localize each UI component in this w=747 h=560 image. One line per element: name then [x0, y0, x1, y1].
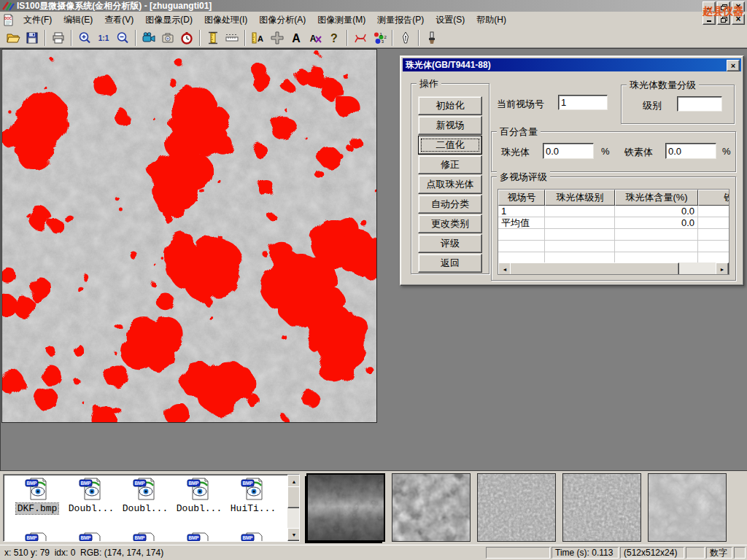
- scrollbar-thumb[interactable]: [510, 262, 679, 275]
- zoom-in-button[interactable]: [75, 29, 94, 47]
- save-button[interactable]: [23, 29, 42, 47]
- status-pane-empty: [686, 547, 705, 559]
- actual-size-button[interactable]: 1:1: [94, 29, 113, 47]
- pick-pearlite-button[interactable]: 点取珠光体: [418, 175, 482, 194]
- cell-field: 平均值: [498, 217, 545, 229]
- curve-tool-button[interactable]: [351, 29, 370, 47]
- pen-tool-button[interactable]: [396, 29, 415, 47]
- grade-input[interactable]: [677, 96, 722, 112]
- bmp-file-icon: BMP: [25, 477, 50, 501]
- count-points-button[interactable]: 123: [370, 29, 389, 47]
- timer-button[interactable]: [177, 29, 196, 47]
- stopwatch-icon: [179, 31, 194, 45]
- auto-classify-button[interactable]: 自动分类: [418, 195, 482, 214]
- file-item[interactable]: BMP HuiTi...: [227, 477, 279, 514]
- mdi-client-area: 珠光体(GB/T9441-88) × 操作 初始化 新视场 二值化 修正 点取珠…: [0, 48, 747, 470]
- thumbnail-1[interactable]: [306, 473, 385, 542]
- close-button[interactable]: ×: [732, 1, 745, 12]
- print-button[interactable]: [49, 29, 68, 47]
- zoom-out-button[interactable]: [113, 29, 132, 47]
- menu-help[interactable]: 帮助(H): [471, 12, 512, 28]
- file-name: DKF.bmp: [16, 503, 59, 514]
- thumbnail-2[interactable]: [392, 473, 471, 542]
- menu-image-processing[interactable]: 图像处理(I): [198, 12, 253, 28]
- menu-view[interactable]: 查看(V): [98, 12, 139, 28]
- change-class-button[interactable]: 更改类别: [418, 214, 482, 233]
- file-list-scrollbar[interactable]: ▲ ▼: [287, 475, 299, 541]
- svg-text:A: A: [292, 32, 301, 44]
- file-item[interactable]: BMP Doubl...: [65, 477, 117, 514]
- open-button[interactable]: [4, 29, 23, 47]
- status-pane-empty: [734, 547, 746, 559]
- menu-image-measure[interactable]: 图像测量(M): [311, 12, 371, 28]
- snapshot-button[interactable]: [158, 29, 177, 47]
- correct-button[interactable]: 修正: [418, 155, 482, 174]
- move-button[interactable]: [268, 29, 287, 47]
- cell-grade: [545, 217, 615, 229]
- file-item-partial[interactable]: BMP: [11, 532, 63, 542]
- status-mode: 数字: [706, 547, 732, 559]
- app-window: IS100显微摄像系统(金相分析版) - [zhuguangti01] × 赵县…: [0, 0, 747, 560]
- video-capture-button[interactable]: [139, 29, 158, 47]
- add-text-button[interactable]: A: [287, 29, 306, 47]
- menu-image-display[interactable]: 图像显示(D): [139, 12, 198, 28]
- scrollbar-thumb[interactable]: [287, 486, 300, 508]
- binarized-pearlite-overlay: [2, 50, 376, 422]
- svg-text:BMP: BMP: [80, 535, 91, 540]
- rating-table[interactable]: 视场号 珠光体级别 珠光体含量(%) 铁素体 1 0.0 平均值: [498, 189, 729, 275]
- toolbar: 1:1 A A A ? 123: [0, 28, 747, 48]
- delete-text-button[interactable]: A: [306, 29, 325, 47]
- table-horizontal-scrollbar[interactable]: ◄ ►: [498, 262, 729, 274]
- file-item-partial[interactable]: BMP: [173, 532, 225, 542]
- menu-file[interactable]: 文件(F): [18, 12, 58, 28]
- filmstrip-panel: BMP DKF.bmp BMP Doubl...: [0, 470, 747, 545]
- file-item-partial[interactable]: BMP: [65, 532, 117, 542]
- file-item[interactable]: BMP DKF.bmp: [11, 477, 63, 514]
- bmp-file-icon: BMP: [241, 477, 266, 501]
- file-name: Doubl...: [175, 503, 223, 514]
- line-measure-button[interactable]: [222, 29, 241, 47]
- thumbnail-5[interactable]: [648, 473, 727, 542]
- menu-report[interactable]: 测量报告(P): [371, 12, 430, 28]
- grade-group: 珠光体数量分级 级别: [621, 85, 735, 124]
- help-button[interactable]: ?: [325, 29, 344, 47]
- file-list[interactable]: BMP DKF.bmp BMP Doubl...: [3, 474, 300, 542]
- thumbnail-4[interactable]: [562, 473, 641, 542]
- svg-text:BMP: BMP: [242, 535, 253, 540]
- pearlite-percent-input[interactable]: [543, 143, 594, 159]
- scroll-right-button[interactable]: ►: [716, 262, 729, 275]
- menu-edit[interactable]: 编辑(E): [58, 12, 98, 28]
- child-window-buttons: ×: [703, 14, 745, 25]
- grade-group-label: 珠光体数量分级: [627, 79, 699, 92]
- binarize-button[interactable]: 二值化: [418, 136, 482, 155]
- pen-nib-icon: [398, 31, 413, 45]
- metallograph-image[interactable]: [1, 49, 377, 423]
- child-restore-button[interactable]: [717, 14, 730, 25]
- minimize-button[interactable]: [703, 1, 716, 12]
- file-item-partial[interactable]: BMP: [119, 532, 171, 542]
- child-close-button[interactable]: ×: [732, 14, 745, 25]
- measure-label-button[interactable]: A: [249, 29, 268, 47]
- ferrite-percent-input[interactable]: [665, 143, 716, 159]
- file-item[interactable]: BMP Doubl...: [119, 477, 171, 514]
- current-field-input[interactable]: [558, 95, 608, 110]
- dialog-title-bar[interactable]: 珠光体(GB/T9441-88) ×: [403, 58, 741, 71]
- caliper-measure-button[interactable]: [204, 29, 222, 47]
- toolbar-separator: [418, 30, 419, 46]
- rate-button[interactable]: 评级: [418, 234, 482, 253]
- init-button[interactable]: 初始化: [418, 96, 482, 115]
- return-button[interactable]: 返回: [418, 254, 482, 273]
- new-field-button[interactable]: 新视场: [418, 116, 482, 135]
- file-item[interactable]: BMP Doubl...: [173, 477, 225, 514]
- thumbnail-3[interactable]: [477, 473, 556, 542]
- restore-icon: [721, 17, 727, 23]
- dialog-close-button[interactable]: ×: [727, 60, 740, 71]
- brush-tool-button[interactable]: [422, 29, 441, 47]
- pearlite-dialog: 珠光体(GB/T9441-88) × 操作 初始化 新视场 二值化 修正 点取珠…: [400, 55, 744, 286]
- child-minimize-button[interactable]: [703, 14, 716, 25]
- restore-button[interactable]: [717, 1, 730, 12]
- scroll-down-button[interactable]: ▼: [287, 528, 300, 541]
- file-item-partial[interactable]: BMP: [227, 532, 279, 542]
- menu-settings[interactable]: 设置(S): [430, 12, 471, 28]
- menu-image-analysis[interactable]: 图像分析(A): [253, 12, 311, 28]
